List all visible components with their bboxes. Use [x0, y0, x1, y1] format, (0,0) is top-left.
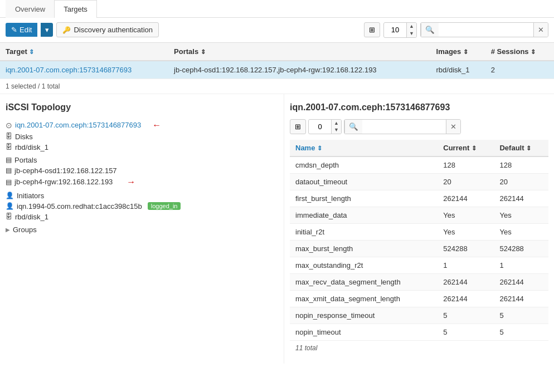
disk-icon: 🗄	[6, 133, 12, 140]
cell-current: 262144	[438, 291, 494, 307]
cell-current: 5	[438, 324, 494, 341]
col-sessions[interactable]: # Sessions ⇕	[485, 43, 554, 61]
col-portals-label: Portals	[174, 47, 198, 56]
right-table-row[interactable]: max_burst_length 524288 524288	[290, 241, 548, 257]
pagination-control[interactable]: ▲ ▼	[383, 22, 417, 38]
pagination-input[interactable]	[384, 23, 406, 36]
edit-caret-button[interactable]: ▾	[41, 23, 53, 37]
portal2-label: jb-ceph4-rgw:192.168.122.193	[14, 178, 113, 186]
table-header: Target ⇕ Portals ⇕ Images ⇕ # Sessions ⇕	[0, 43, 554, 61]
cell-current: 262144	[438, 274, 494, 291]
sort-icon: ⇕	[463, 48, 468, 55]
right-col-current[interactable]: Current ⇕	[438, 140, 494, 156]
topology-title: iSCSI Topology	[6, 102, 278, 112]
cell-name: max_burst_length	[290, 241, 438, 257]
discovery-auth-button[interactable]: 🔑 Discovery authentication	[56, 22, 159, 37]
col-images-label: Images	[436, 47, 461, 56]
right-table-row[interactable]: first_burst_length 262144 262144	[290, 190, 548, 207]
right-sort-icon: ⇕	[317, 145, 322, 151]
cell-default: Yes	[494, 224, 548, 241]
portal1-icon: ▤	[6, 166, 12, 174]
right-default-sort-icon: ⇕	[526, 145, 531, 151]
left-arrow: ←	[152, 120, 161, 130]
search-button[interactable]: 🔍	[421, 23, 439, 37]
disks-label: Disks	[15, 133, 33, 141]
grid-icon: ⊞	[369, 26, 375, 34]
right-col-name-label: Name	[295, 144, 315, 152]
col-target-label: Target	[6, 47, 27, 56]
initiator-icon: 👤	[6, 192, 14, 199]
tree-disk-item: 🗄 rbd/disk_1	[6, 142, 278, 153]
right-table-row[interactable]: dataout_timeout 20 20	[290, 174, 548, 190]
right-table-row[interactable]: cmdsn_depth 128 128	[290, 156, 548, 174]
right-current-sort-icon: ⇕	[472, 145, 477, 151]
pagination-down-button[interactable]: ▼	[407, 30, 416, 37]
tab-overview[interactable]: Overview	[6, 0, 54, 18]
sort-icon: ⇕	[201, 48, 206, 55]
right-col-default[interactable]: Default ⇕	[494, 140, 548, 156]
pagination-up-button[interactable]: ▲	[407, 23, 416, 30]
groups-label: Groups	[13, 226, 37, 234]
cell-name: nopin_response_timeout	[290, 307, 438, 324]
right-table-row[interactable]: max_outstanding_r2t 1 1	[290, 257, 548, 274]
right-table-row[interactable]: nopin_response_timeout 5 5	[290, 307, 548, 324]
right-pagination[interactable]: ▲ ▼	[308, 119, 342, 135]
search-box: 🔍 ✕	[420, 22, 548, 37]
portals-label: Portals	[14, 156, 37, 164]
cell-current: 1	[438, 257, 494, 274]
target-icon: ⊙	[6, 121, 12, 130]
right-table-row[interactable]: immediate_data Yes Yes	[290, 207, 548, 224]
right-search-input[interactable]	[362, 120, 446, 134]
tree-portal2-row: ▤ jb-ceph4-rgw:192.168.122.193 →	[6, 176, 278, 188]
right-toolbar: ⊞ ▲ ▼ 🔍 ✕	[290, 119, 548, 135]
cell-default: 262144	[494, 190, 548, 207]
right-table-row[interactable]: initial_r2t Yes Yes	[290, 224, 548, 241]
table-row[interactable]: iqn.2001-07.com.ceph:1573146877693 jb-ce…	[0, 61, 554, 79]
cell-current: Yes	[438, 224, 494, 241]
initiators-label: Initiators	[17, 192, 44, 200]
right-table-header: Name ⇕ Current ⇕ Default ⇕	[290, 140, 548, 156]
cell-default: 5	[494, 324, 548, 341]
right-search-button[interactable]: 🔍	[344, 120, 362, 134]
pagination-arrows: ▲ ▼	[406, 23, 416, 37]
sort-icon: ⇕	[29, 48, 34, 55]
cell-default: Yes	[494, 207, 548, 224]
logged-in-badge: logged_in	[148, 202, 181, 210]
col-target[interactable]: Target ⇕	[0, 43, 168, 61]
right-pagination-down[interactable]: ▼	[332, 126, 341, 134]
cell-default: 262144	[494, 291, 548, 307]
initiator-disk-icon: 🗄	[6, 213, 12, 220]
cell-name: nopin_timeout	[290, 324, 438, 341]
edit-button[interactable]: ✎ Edit	[6, 23, 37, 37]
cell-name: dataout_timeout	[290, 174, 438, 190]
right-pagination-input[interactable]	[309, 120, 331, 133]
right-col-name[interactable]: Name ⇕	[290, 140, 438, 156]
right-table-row[interactable]: nopin_timeout 5 5	[290, 324, 548, 341]
cell-default: 20	[494, 174, 548, 190]
cell-name: cmdsn_depth	[290, 156, 438, 174]
search-input[interactable]	[439, 23, 533, 37]
right-search-icon: 🔍	[349, 122, 358, 131]
col-sessions-label: # Sessions	[491, 47, 529, 56]
cell-images: rbd/disk_1	[431, 61, 485, 79]
initiator-disk-label: rbd/disk_1	[15, 213, 48, 221]
right-table-row[interactable]: max_xmit_data_segment_length 262144 2621…	[290, 291, 548, 307]
right-pagination-up[interactable]: ▲	[332, 120, 341, 127]
col-portals[interactable]: Portals ⇕	[168, 43, 430, 61]
discovery-label: Discovery authentication	[74, 26, 153, 34]
tab-targets[interactable]: Targets	[54, 0, 97, 18]
right-grid-button[interactable]: ⊞	[290, 119, 306, 134]
right-table-body: cmdsn_depth 128 128 dataout_timeout 20 2…	[290, 156, 548, 341]
cell-default: 5	[494, 307, 548, 324]
tree-target-row[interactable]: ⊙ iqn.2001-07.com.ceph:1573146877693 ←	[6, 119, 278, 131]
right-table-row[interactable]: max_recv_data_segment_length 262144 2621…	[290, 274, 548, 291]
right-close-icon: ✕	[450, 122, 456, 131]
search-clear-button[interactable]: ✕	[533, 23, 548, 37]
right-panel-title: iqn.2001-07.com.ceph:1573146877693	[290, 102, 548, 112]
right-search-clear[interactable]: ✕	[446, 120, 460, 134]
right-col-default-label: Default	[499, 144, 524, 152]
grid-view-button[interactable]: ⊞	[364, 22, 380, 37]
tree-initiators-section: 👤 Initiators	[6, 190, 278, 201]
portal2-icon: ▤	[6, 178, 12, 186]
col-images[interactable]: Images ⇕	[431, 43, 485, 61]
